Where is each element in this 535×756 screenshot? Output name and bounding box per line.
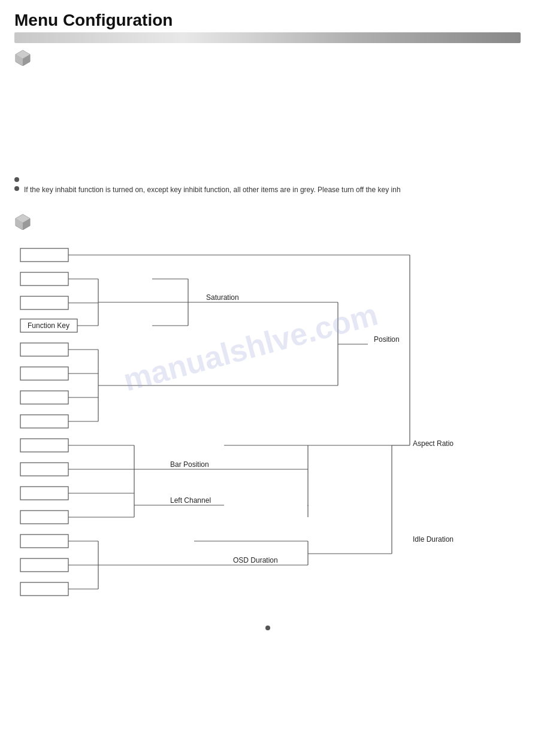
- aspect-ratio-label: Aspect Ratio: [413, 439, 454, 448]
- bottom-bullet-section: [0, 626, 535, 648]
- saturation-label: Saturation: [206, 293, 239, 302]
- svg-rect-17: [20, 463, 68, 476]
- page-header: Menu Configuration: [0, 0, 535, 43]
- bullet-item-2: If the key inhabit function is turned on…: [14, 184, 521, 195]
- svg-rect-16: [20, 439, 68, 452]
- svg-rect-21: [20, 558, 68, 572]
- svg-rect-19: [20, 511, 68, 524]
- menu-tree-diagram: Function Key: [14, 236, 506, 608]
- bullet-dot-2: [14, 186, 19, 191]
- svg-rect-13: [20, 367, 68, 380]
- svg-rect-8: [20, 248, 68, 262]
- svg-rect-18: [20, 487, 68, 500]
- bullet-item-1: [14, 175, 521, 182]
- header-bar: [14, 32, 521, 43]
- svg-rect-12: [20, 343, 68, 356]
- position-label: Position: [374, 335, 400, 344]
- notes-section: If the key inhabit function is turned on…: [0, 68, 535, 195]
- diagram-section: Function Key: [0, 213, 535, 608]
- bottom-dot: [265, 626, 270, 630]
- svg-rect-22: [20, 582, 68, 596]
- function-key-label: Function Key: [28, 321, 69, 330]
- page-title: Menu Configuration: [14, 11, 521, 30]
- svg-rect-10: [20, 296, 68, 309]
- cube-icon-top: [14, 49, 535, 68]
- bar-position-label: Bar Position: [170, 460, 209, 469]
- svg-rect-9: [20, 272, 68, 286]
- svg-rect-14: [20, 391, 68, 404]
- bullet-dot-1: [14, 177, 19, 182]
- svg-rect-15: [20, 415, 68, 428]
- cube-icon-diagram: [14, 213, 521, 232]
- svg-rect-20: [20, 535, 68, 548]
- idle-duration-label: Idle Duration: [413, 535, 454, 544]
- left-channel-label: Left Channel: [170, 496, 211, 505]
- bullet-text-2: If the key inhabit function is turned on…: [24, 184, 401, 195]
- osd-duration-label: OSD Duration: [233, 556, 278, 564]
